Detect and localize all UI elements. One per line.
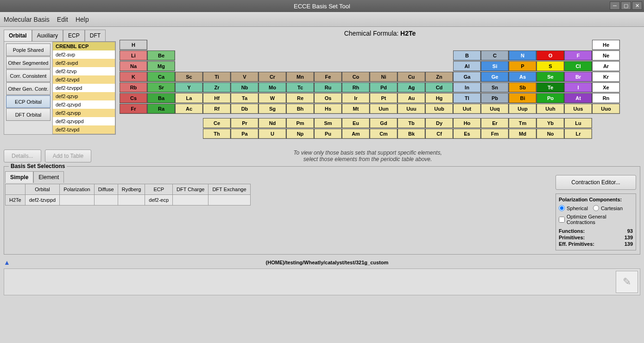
element-fr[interactable]: Fr (120, 104, 147, 114)
cat-other-segmented[interactable]: Other Segmented (6, 56, 51, 69)
element-lr[interactable]: Lr (564, 129, 592, 139)
element-cm[interactable]: Cm (370, 129, 398, 139)
element-ce[interactable]: Ce (203, 118, 231, 128)
cat-pople-shared[interactable]: Pople Shared (6, 44, 51, 56)
element-uuo[interactable]: Uuo (592, 104, 620, 114)
element-po[interactable]: Po (537, 93, 564, 103)
tab-ecp[interactable]: ECP (63, 30, 85, 41)
element-am[interactable]: Am (342, 129, 370, 139)
element-xe[interactable]: Xe (592, 82, 620, 93)
element-rh[interactable]: Rh (342, 82, 370, 93)
element-al[interactable]: Al (453, 61, 481, 71)
element-yb[interactable]: Yb (537, 118, 564, 128)
element-tb[interactable]: Tb (398, 118, 425, 128)
element-cl[interactable]: Cl (564, 61, 592, 71)
element-pb[interactable]: Pb (481, 93, 509, 103)
element-sb[interactable]: Sb (509, 82, 537, 93)
basis-set-item[interactable]: def2-tzvp (53, 67, 115, 75)
element-sr[interactable]: Sr (147, 82, 175, 93)
element-md[interactable]: Md (509, 129, 537, 139)
element-mn[interactable]: Mn (286, 72, 314, 82)
element-w[interactable]: W (259, 93, 286, 103)
element-u[interactable]: U (259, 129, 286, 139)
element-f[interactable]: F (564, 50, 592, 61)
element-pd[interactable]: Pd (370, 82, 398, 93)
element-cs[interactable]: Cs (120, 93, 147, 103)
cell-dft_exchange[interactable] (208, 195, 250, 206)
cell-diffuse[interactable] (94, 195, 118, 206)
element-b[interactable]: B (453, 50, 481, 61)
basis-set-item[interactable]: def2-tzvpd (53, 125, 115, 134)
basis-set-item[interactable]: def2-svpd (53, 59, 115, 67)
element-at[interactable]: At (564, 93, 592, 103)
element-ta[interactable]: Ta (231, 93, 259, 103)
cell-dft_charge[interactable] (173, 195, 208, 206)
element-tm[interactable]: Tm (509, 118, 537, 128)
tab-element[interactable]: Element (33, 171, 64, 183)
tab-simple[interactable]: Simple (5, 171, 33, 183)
cell-polarization[interactable] (60, 195, 94, 206)
element-kr[interactable]: Kr (592, 72, 620, 82)
element-ne[interactable]: Ne (592, 50, 620, 61)
element-br[interactable]: Br (564, 72, 592, 82)
element-la[interactable]: La (175, 93, 203, 103)
element-uub[interactable]: Uub (425, 104, 453, 114)
tab-auxiliary[interactable]: Auxiliary (32, 30, 63, 41)
element-rf[interactable]: Rf (203, 104, 231, 114)
contraction-editor-button[interactable]: Contraction Editor... (556, 175, 636, 190)
element-ac[interactable]: Ac (175, 104, 203, 114)
element-uus[interactable]: Uus (564, 104, 592, 114)
element-os[interactable]: Os (314, 93, 342, 103)
element-pu[interactable]: Pu (314, 129, 342, 139)
add-to-table-button[interactable]: Add to Table (45, 150, 92, 162)
element-mg[interactable]: Mg (147, 61, 175, 71)
element-th[interactable]: Th (203, 129, 231, 139)
element-in[interactable]: In (453, 82, 481, 93)
basis-set-item[interactable]: def2-qzvp (53, 92, 115, 100)
element-bk[interactable]: Bk (398, 129, 425, 139)
element-pr[interactable]: Pr (231, 118, 259, 128)
element-nd[interactable]: Nd (259, 118, 286, 128)
element-co[interactable]: Co (342, 72, 370, 82)
element-sc[interactable]: Sc (175, 72, 203, 82)
element-zn[interactable]: Zn (425, 72, 453, 82)
element-hs[interactable]: Hs (314, 104, 342, 114)
cell-ecp[interactable]: def2-ecp (145, 195, 173, 206)
element-rn[interactable]: Rn (592, 93, 620, 103)
element-uup[interactable]: Uup (509, 104, 537, 114)
element-ru[interactable]: Ru (314, 82, 342, 93)
element-lu[interactable]: Lu (564, 118, 592, 128)
element-db[interactable]: Db (231, 104, 259, 114)
cat-corr-consistent[interactable]: Corr. Consistent (6, 69, 51, 82)
element-ti[interactable]: Ti (203, 72, 231, 82)
menu-molecular-basis[interactable]: Molecular Basis (4, 16, 50, 23)
details-button[interactable]: Details... (4, 150, 41, 162)
element-ho[interactable]: Ho (453, 118, 481, 128)
basis-set-item[interactable]: def2-svp (53, 50, 115, 59)
element-uut[interactable]: Uut (453, 104, 481, 114)
element-i[interactable]: I (564, 82, 592, 93)
element-se[interactable]: Se (537, 72, 564, 82)
tab-dft[interactable]: DFT (85, 30, 106, 41)
element-es[interactable]: Es (453, 129, 481, 139)
element-fe[interactable]: Fe (314, 72, 342, 82)
element-re[interactable]: Re (286, 93, 314, 103)
element-n[interactable]: N (509, 50, 537, 61)
element-np[interactable]: Np (286, 129, 314, 139)
element-cu[interactable]: Cu (398, 72, 425, 82)
element-pa[interactable]: Pa (231, 129, 259, 139)
element-na[interactable]: Na (120, 61, 147, 71)
element-eu[interactable]: Eu (342, 118, 370, 128)
element-uuh[interactable]: Uuh (537, 104, 564, 114)
element-sg[interactable]: Sg (259, 104, 286, 114)
element-pm[interactable]: Pm (286, 118, 314, 128)
basis-set-item[interactable]: CRENBL ECP (53, 42, 115, 50)
element-k[interactable]: K (120, 72, 147, 82)
element-p[interactable]: P (509, 61, 537, 71)
radio-spherical[interactable]: Spherical (559, 205, 588, 211)
element-sm[interactable]: Sm (314, 118, 342, 128)
element-cd[interactable]: Cd (425, 82, 453, 93)
element-mt[interactable]: Mt (342, 104, 370, 114)
element-ge[interactable]: Ge (481, 72, 509, 82)
element-hf[interactable]: Hf (203, 93, 231, 103)
